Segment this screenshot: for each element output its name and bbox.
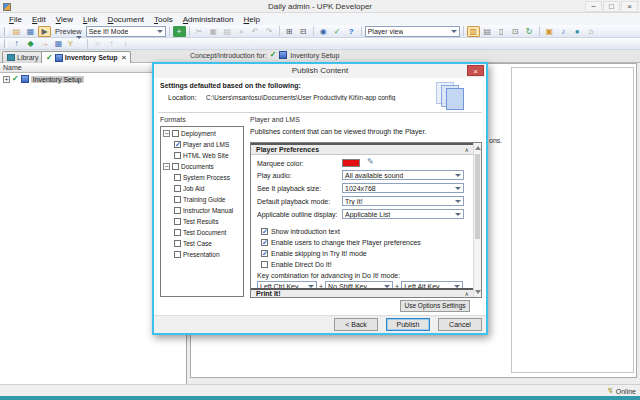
collapse-section-icon[interactable]: ∧ [465, 291, 469, 297]
back-button[interactable]: < Back [334, 318, 378, 331]
enable-skipping-checkbox[interactable]: Enable skipping in Try It! mode [261, 249, 367, 258]
link-icon[interactable]: ○ [91, 38, 104, 49]
format-tree-item[interactable]: Test Case [161, 238, 243, 249]
edit-grid-icon[interactable]: ▦ [52, 38, 65, 49]
checkbox-icon[interactable] [174, 141, 181, 148]
format-tree-item[interactable]: Player and LMS [161, 139, 243, 150]
web-icon[interactable]: ● [571, 26, 584, 37]
checkbox-icon[interactable] [261, 228, 268, 235]
package-icon[interactable]: ◆ [24, 38, 37, 49]
menu-item-help[interactable]: Help [238, 15, 264, 24]
play-audio-combo[interactable]: All available sound [342, 170, 464, 180]
export-icon[interactable]: → [38, 38, 51, 49]
help-icon[interactable]: ? [345, 26, 358, 37]
format-tree-item[interactable]: HTML Web Site [161, 150, 243, 161]
checkbox-icon[interactable] [174, 218, 181, 225]
undo-icon[interactable]: ↶ [249, 26, 262, 37]
checkbox-icon[interactable] [172, 163, 179, 170]
restore-button[interactable]: □ [603, 1, 620, 12]
menu-item-tools[interactable]: Tools [149, 15, 178, 24]
enable-preferences-checkbox[interactable]: Enable users to change their Player pref… [261, 238, 421, 247]
checkbox-icon[interactable] [174, 196, 181, 203]
close-dialog-button[interactable]: × [467, 65, 484, 76]
format-tree-item[interactable]: Presentation [161, 249, 243, 260]
playback-mode-combo[interactable]: See It! Mode [86, 26, 166, 37]
open-icon[interactable]: ▤ [10, 26, 23, 37]
format-tree-item[interactable]: − Documents [161, 161, 243, 172]
view-combo[interactable]: Player view [365, 26, 460, 37]
refresh-icon[interactable]: ↻ [523, 26, 536, 37]
move-up-icon[interactable]: ↑ [105, 38, 118, 49]
paste-icon[interactable]: ▤ [221, 26, 234, 37]
outline-display-combo[interactable]: Applicable List [342, 209, 464, 219]
color-picker-icon[interactable]: ✎ [367, 157, 374, 166]
print-it-header[interactable]: Print It! ∧ [251, 288, 473, 297]
format-tree-item[interactable]: Test Document [161, 227, 243, 238]
tab-library[interactable]: Library [2, 51, 43, 63]
checkbox-icon[interactable] [174, 174, 181, 181]
menu-item-file[interactable]: File [4, 15, 27, 24]
checkbox-icon[interactable] [174, 207, 181, 214]
checkbox-icon[interactable] [174, 240, 181, 247]
playback-size-combo[interactable]: 1024x768 [342, 183, 464, 193]
new-window-icon[interactable]: ▣ [543, 26, 556, 37]
scrollbar-thumb[interactable] [475, 154, 480, 239]
menu-item-administration[interactable]: Administration [178, 15, 239, 24]
spellcheck-icon[interactable]: ✓ [331, 26, 344, 37]
checkbox-icon[interactable] [174, 185, 181, 192]
collapse-icon[interactable]: ⊟ [297, 26, 310, 37]
minimize-button[interactable]: − [585, 1, 602, 12]
menu-item-view[interactable]: View [51, 15, 78, 24]
cut-icon[interactable]: ✂ [193, 26, 206, 37]
checkbox-icon[interactable] [172, 130, 179, 137]
use-options-settings-button[interactable]: Use Options Settings [400, 300, 470, 312]
checkbox-icon[interactable] [261, 250, 268, 257]
close-window-button[interactable]: × [621, 1, 638, 12]
sound-icon[interactable]: ♪ [557, 26, 570, 37]
format-tree-item[interactable]: Job Aid [161, 183, 243, 194]
format-tree-item[interactable]: Instructor Manual [161, 205, 243, 216]
preview-toggle-icon[interactable]: ▶ [38, 26, 51, 37]
scrollbar[interactable] [473, 143, 481, 297]
checkbox-icon[interactable] [174, 251, 181, 258]
checkbox-icon[interactable] [174, 229, 181, 236]
menu-item-document[interactable]: Document [103, 15, 149, 24]
home-icon[interactable]: ⌂ [585, 26, 598, 37]
tree-expander-icon[interactable]: + [3, 76, 10, 83]
delete-icon[interactable]: × [235, 26, 248, 37]
menu-item-edit[interactable]: Edit [27, 15, 51, 24]
toolbar-grip[interactable] [4, 27, 7, 36]
publish-button[interactable]: Publish [386, 318, 430, 331]
filter-icon[interactable]: Y [66, 38, 84, 49]
cancel-button[interactable]: Cancel [438, 318, 482, 331]
dialog-title-bar[interactable]: Publish Content × [154, 64, 486, 78]
format-tree-item[interactable]: System Process [161, 172, 243, 183]
show-introduction-checkbox[interactable]: Show introduction text [261, 227, 340, 236]
new-topic-icon[interactable]: + [173, 26, 186, 37]
default-mode-combo[interactable]: Try It! [342, 196, 464, 206]
tree-expander-icon[interactable]: − [163, 163, 170, 170]
redo-icon[interactable]: ↷ [263, 26, 276, 37]
collapse-section-icon[interactable]: ∧ [465, 146, 469, 155]
expand-icon[interactable]: ⊞ [283, 26, 296, 37]
split-view-icon[interactable]: ▯ [495, 26, 508, 37]
tab-inventory-setup[interactable]: ✓ Inventory Setup × [41, 51, 131, 63]
details-view-icon[interactable]: ▤ [481, 26, 494, 37]
enable-direct-doit-checkbox[interactable]: Enable Direct Do It! [261, 260, 332, 269]
preview-pane-icon[interactable]: ⊡ [509, 26, 522, 37]
save-icon[interactable]: ▦ [24, 26, 37, 37]
close-tab-icon[interactable]: × [122, 53, 127, 62]
find-icon[interactable]: ◉ [317, 26, 330, 37]
checkbox-icon[interactable] [261, 239, 268, 246]
marquee-color-swatch[interactable] [342, 159, 360, 167]
outline-view-icon[interactable]: ▥ [467, 26, 480, 37]
tree-expander-icon[interactable]: − [163, 130, 170, 137]
format-tree-item[interactable]: − Deployment [161, 128, 243, 139]
menu-item-link[interactable]: Link [78, 15, 103, 24]
toolbar-grip[interactable] [4, 39, 7, 48]
move-down-icon[interactable]: ↓ [119, 38, 132, 49]
checkbox-icon[interactable] [174, 152, 181, 159]
publish-icon[interactable]: ↑ [10, 38, 23, 49]
format-tree-item[interactable]: Training Guide [161, 194, 243, 205]
format-tree-item[interactable]: Test Results [161, 216, 243, 227]
